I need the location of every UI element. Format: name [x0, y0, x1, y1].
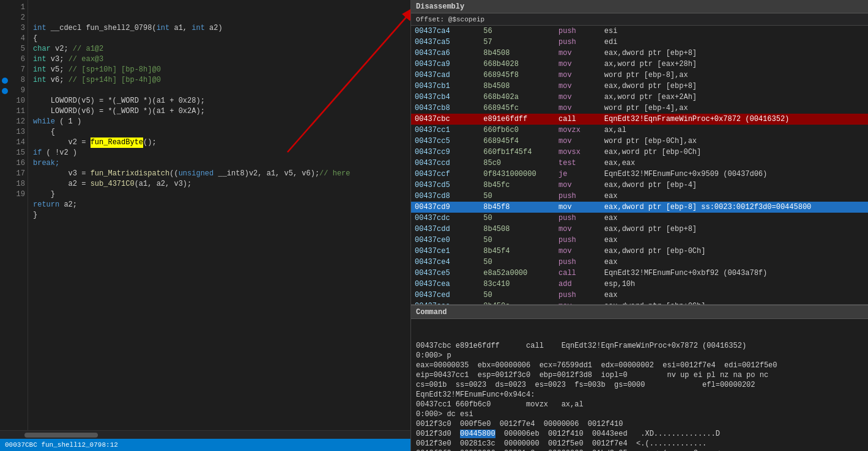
command-line: 00437cc1 660fb6c0 movzx ax,al	[416, 400, 863, 409]
disasm-bytes: 660fb1f45f4	[480, 147, 555, 158]
disassembly-rows: 00437ca456pushesi00437ca557pushedi00437c…	[411, 26, 868, 304]
line-number: 2	[12, 13, 25, 23]
disasm-row[interactable]: 00437cb8668945fcmovword ptr [ebp-4],ax	[411, 103, 868, 114]
status-bar: 00037CBC fun_shell12_0798:12	[0, 439, 410, 451]
disasm-bytes: 668945fc	[480, 103, 555, 114]
disasm-bytes: 0f8431000000	[480, 169, 555, 180]
breakpoint-row	[1, 117, 9, 127]
disasm-row[interactable]: 00437cd58b45fcmoveax,dword ptr [ebp-4]	[411, 180, 868, 191]
line-number: 4	[12, 34, 25, 44]
disasm-row[interactable]: 00437cbce891e6fdffcallEqnEdt32!EqnFrameW…	[411, 114, 868, 125]
disasm-row[interactable]: 00437cb4668b402amovax,word ptr [eax+2Ah]	[411, 92, 868, 103]
disasm-mnemonic: test	[555, 158, 601, 169]
disasm-address: 00437cd8	[411, 191, 480, 202]
disasm-operands: word ptr [ebp-4],ax	[601, 103, 868, 114]
disasm-operands: eax,word ptr [ebp-0Ch]	[601, 147, 868, 158]
disasm-operands: eax	[601, 191, 868, 202]
disassembly-table-wrap[interactable]: 00437ca456pushesi00437ca557pushedi00437c…	[411, 26, 868, 304]
disasm-operands: EqnEdt32!MFEnumFunc+0x9509 (00437d06)	[601, 169, 868, 180]
command-line: 0012f3f0 00000006 00281c3c 00000033 01bd…	[416, 449, 863, 451]
disasm-row[interactable]: 00437ca9668b4028movax,word ptr [eax+28h]	[411, 59, 868, 70]
disasm-bytes: e8a52a0000	[480, 268, 555, 279]
disasm-row[interactable]: 00437ccd85c0testeax,eax	[411, 158, 868, 169]
line-number: 18	[12, 179, 25, 189]
disasm-mnemonic: mov	[555, 81, 601, 92]
disasm-bytes: 660fb6c0	[480, 125, 555, 136]
code-line: return a2;	[33, 200, 406, 210]
disasm-operands: eax,dword ptr [ebp-8] ss:0023:0012f3d0=0…	[601, 202, 868, 213]
command-line: 0:000> p	[416, 351, 863, 361]
code-editor-panel: 12345678910111213141516171819 int __cdec…	[0, 0, 411, 451]
disasm-mnemonic: mov	[555, 103, 601, 114]
disasm-mnemonic: add	[555, 279, 601, 290]
disasm-bytes: 668b4028	[480, 59, 555, 70]
disasm-address: 00437ccd	[411, 158, 480, 169]
disasm-address: 00437ce0	[411, 235, 480, 246]
disasm-row[interactable]: 00437cc9660fb1f45f4movsxeax,word ptr [eb…	[411, 147, 868, 158]
disasm-row[interactable]: 00437cd98b45f8moveax,dword ptr [ebp-8] s…	[411, 202, 868, 213]
disasm-bytes: 8b4508	[480, 224, 555, 235]
disasm-row[interactable]: 00437ce18b45f4moveax,dword ptr [ebp-0Ch]	[411, 246, 868, 257]
code-line: }	[33, 189, 406, 200]
disasm-row[interactable]: 00437cc1660fb6c0movzxax,al	[411, 125, 868, 136]
disasm-row[interactable]: 00437cdc50pusheax	[411, 213, 868, 224]
status-text: 00037CBC fun_shell12_0798:12	[5, 441, 118, 449]
disasm-row[interactable]: 00437ca456pushesi	[411, 26, 868, 37]
code-line: int v6; // [sp+14h] [bp-4h]@0	[33, 75, 406, 86]
disasm-operands: ax,word ptr [eax+28h]	[601, 59, 868, 70]
disasm-operands: eax,dword ptr [ebp-0Ch]	[601, 246, 868, 257]
disasm-row[interactable]: 00437cc5668945f4movword ptr [ebp-0Ch],ax	[411, 136, 868, 147]
breakpoint-row	[1, 13, 9, 23]
disasm-row[interactable]: 00437cd850pusheax	[411, 191, 868, 202]
line-number: 12	[12, 117, 25, 127]
code-line: int __cdecl fun_shell2_0798(int a1, int …	[33, 23, 406, 34]
code-line: a2 = sub_4371C0(a1, a2, v3);	[33, 179, 406, 189]
disasm-row[interactable]: 00437ce5e8a52a0000callEqnEdt32!MFEnumFun…	[411, 268, 868, 279]
breakpoint-row	[1, 75, 9, 86]
line-number: 9	[12, 86, 25, 96]
code-line: char v2; // a1@2	[33, 44, 406, 54]
code-line	[33, 86, 406, 96]
disasm-mnemonic: push	[555, 290, 601, 301]
disasm-address: 00437ced	[411, 290, 480, 301]
disasm-mnemonic: mov	[555, 59, 601, 70]
disasm-address: 00437ca6	[411, 48, 480, 59]
disasm-row[interactable]: 00437ccf0f8431000000jeEqnEdt32!MFEnumFun…	[411, 169, 868, 180]
breakpoint-row	[1, 189, 9, 200]
command-panel: Command 00437cbc e891e6fdff call EqnEdt3…	[411, 306, 868, 451]
disasm-row[interactable]: 00437ce050pusheax	[411, 235, 868, 246]
disasm-row[interactable]: 00437cdd8b4508moveax,dword ptr [ebp+8]	[411, 224, 868, 235]
code-line: int v5; // [sp+10h] [bp-8h]@0	[33, 65, 406, 75]
command-content[interactable]: 00437cbc e891e6fdff call EqnEdt32!EqnFra…	[411, 319, 868, 451]
scroll-thumb[interactable]	[24, 433, 98, 438]
disasm-bytes: e891e6fdff	[480, 114, 555, 125]
disasm-row[interactable]: 00437cea83c410addesp,10h	[411, 279, 868, 290]
disasm-row[interactable]: 00437ce450pusheax	[411, 257, 868, 268]
disasm-row[interactable]: 00437cad668945f8movword ptr [ebp-8],ax	[411, 70, 868, 81]
disasm-row[interactable]: 00437ced50pusheax	[411, 290, 868, 301]
breakpoint-row	[1, 138, 9, 148]
disasm-mnemonic: mov	[555, 136, 601, 147]
code-line: v2 = fun_ReadByte();	[33, 138, 406, 148]
disasm-address: 00437ccf	[411, 169, 480, 180]
breakpoint-row	[1, 158, 9, 169]
disasm-bytes: 83c410	[480, 279, 555, 290]
disasm-address: 00437cdd	[411, 224, 480, 235]
disasm-row[interactable]: 00437cb18b4508moveax,dword ptr [ebp+8]	[411, 81, 868, 92]
breakpoint-gutter	[0, 0, 10, 430]
breakpoint-row	[1, 54, 9, 65]
code-line: LOWORD(v6) = *(_WORD *)(a1 + 0x2A);	[33, 106, 406, 117]
line-number: 7	[12, 65, 25, 75]
code-line: break;	[33, 158, 406, 169]
disasm-operands: word ptr [ebp-0Ch],ax	[601, 136, 868, 147]
disasm-address: 00437cea	[411, 279, 480, 290]
line-number: 5	[12, 44, 25, 54]
disasm-row[interactable]: 00437ca557pushedi	[411, 37, 868, 48]
disasm-row[interactable]: 00437cee8b450cmoveax,dword ptr [ebp+0Ch]	[411, 301, 868, 304]
horizontal-scrollbar[interactable]	[0, 430, 410, 439]
disasm-row[interactable]: 00437ca68b4508moveax,dword ptr [ebp+8]	[411, 48, 868, 59]
disasm-bytes: 85c0	[480, 158, 555, 169]
disasm-mnemonic: movsx	[555, 147, 601, 158]
disasm-address: 00437cb4	[411, 92, 480, 103]
command-header: Command	[411, 306, 868, 319]
